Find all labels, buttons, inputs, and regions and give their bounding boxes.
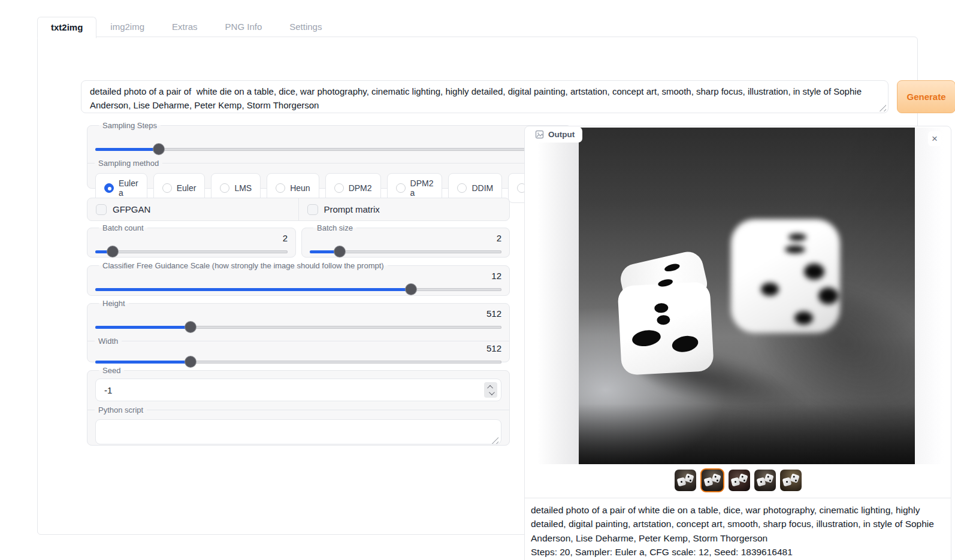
dimensions-group: Height 512 Width 512: [87, 299, 510, 362]
gallery-thumbnail-4[interactable]: [754, 470, 776, 491]
output-params: Steps: 20, Sampler: Euler a, CFG scale: …: [531, 545, 942, 559]
cfg-scale-label: Classifier Free Guidance Scale (how stro…: [99, 261, 388, 270]
sampling-group: Sampling Steps 20 Sampling method Euler …: [87, 121, 572, 189]
close-output-button[interactable]: ×: [928, 131, 941, 146]
seed-group: Seed Python script: [87, 366, 510, 446]
output-panel: Output ×: [524, 126, 951, 560]
tab-txt2img[interactable]: txt2img: [37, 17, 96, 38]
gallery-thumbnail-2[interactable]: [700, 468, 724, 492]
batch-size-value: 2: [310, 233, 501, 244]
slider-thumb[interactable]: [334, 246, 345, 257]
seed-label: Seed: [99, 366, 124, 375]
gfpgan-label: GFPGAN: [113, 204, 150, 214]
radio-icon[interactable]: [104, 183, 114, 193]
radio-icon[interactable]: [334, 183, 344, 193]
app-root: txt2imgimg2imgExtrasPNG InfoSettings det…: [0, 0, 955, 560]
output-info: detailed photo of a pair of white die on…: [525, 498, 951, 560]
slider-track[interactable]: [95, 288, 501, 291]
batch-count-slider[interactable]: [95, 246, 288, 257]
slider-thumb[interactable]: [406, 284, 416, 295]
radio-icon[interactable]: [276, 183, 285, 193]
generate-button[interactable]: Generate: [897, 80, 955, 113]
slider-thumb[interactable]: [107, 246, 118, 257]
prompt-matrix-checkbox[interactable]: Prompt matrix: [298, 198, 510, 220]
sampling-steps-label: Sampling Steps: [99, 121, 161, 130]
batch-count-value: 2: [95, 233, 288, 244]
output-gallery: [525, 127, 950, 498]
gfpgan-checkbox[interactable]: GFPGAN: [87, 198, 298, 220]
tab-png-info[interactable]: PNG Info: [211, 16, 276, 38]
batch-count-label: Batch count: [99, 223, 147, 232]
gallery-thumbnail-3[interactable]: [729, 470, 750, 491]
tab-settings[interactable]: Settings: [276, 16, 336, 38]
output-caption: detailed photo of a pair of white die on…: [531, 503, 942, 545]
sampling-steps-value: 20: [95, 131, 563, 141]
slider-thumb[interactable]: [185, 322, 196, 332]
main-card: detailed photo of a pair of white die on…: [37, 37, 918, 535]
output-panel-label: Output: [529, 127, 582, 143]
gallery-thumbnail-5[interactable]: [780, 470, 802, 491]
batch-size-group: Batch size 2: [301, 223, 510, 258]
gallery-backdrop-left: [537, 128, 579, 464]
seed-input[interactable]: [95, 379, 501, 401]
tab-img2img[interactable]: img2img: [96, 16, 158, 38]
python-script-input[interactable]: [95, 419, 501, 444]
batch-count-group: Batch count 2: [87, 223, 296, 258]
tab-extras[interactable]: Extras: [158, 16, 211, 38]
cfg-scale-slider[interactable]: [95, 284, 501, 295]
tab-bar: txt2imgimg2imgExtrasPNG InfoSettings: [37, 16, 336, 38]
seed-spinner[interactable]: [484, 382, 497, 398]
cfg-scale-value: 12: [95, 271, 501, 281]
generated-image: [579, 128, 915, 464]
python-script-label: Python script: [87, 405, 509, 414]
gallery-thumbnail-1[interactable]: [675, 470, 696, 491]
sampling-method-label: Sampling method: [87, 159, 571, 168]
image-icon: [535, 130, 544, 139]
cfg-scale-group: Classifier Free Guidance Scale (how stro…: [87, 261, 510, 296]
slider-track[interactable]: [95, 250, 288, 253]
gallery-backdrop-right: [915, 128, 944, 464]
batch-size-slider[interactable]: [310, 246, 501, 257]
thumbnail-strip: [525, 468, 950, 492]
sampling-steps-slider[interactable]: [95, 144, 563, 155]
width-value: 512: [95, 343, 501, 354]
radio-icon[interactable]: [457, 183, 467, 193]
height-value: 512: [95, 308, 501, 319]
radio-icon[interactable]: [396, 183, 406, 193]
prompt-input[interactable]: detailed photo of a pair of white die on…: [81, 80, 888, 113]
slider-track[interactable]: [95, 148, 563, 151]
radio-icon[interactable]: [220, 183, 229, 193]
slider-thumb[interactable]: [153, 144, 164, 155]
height-slider[interactable]: [95, 322, 501, 332]
height-label: Height: [99, 299, 129, 308]
prompt-matrix-label: Prompt matrix: [324, 204, 380, 214]
checkbox-icon[interactable]: [96, 204, 107, 215]
radio-icon[interactable]: [162, 183, 172, 193]
toggles-row: GFPGAN Prompt matrix: [87, 198, 510, 221]
checkbox-icon[interactable]: [307, 204, 318, 215]
slider-track[interactable]: [95, 361, 501, 364]
batch-size-label: Batch size: [313, 223, 356, 232]
slider-track[interactable]: [95, 326, 501, 329]
